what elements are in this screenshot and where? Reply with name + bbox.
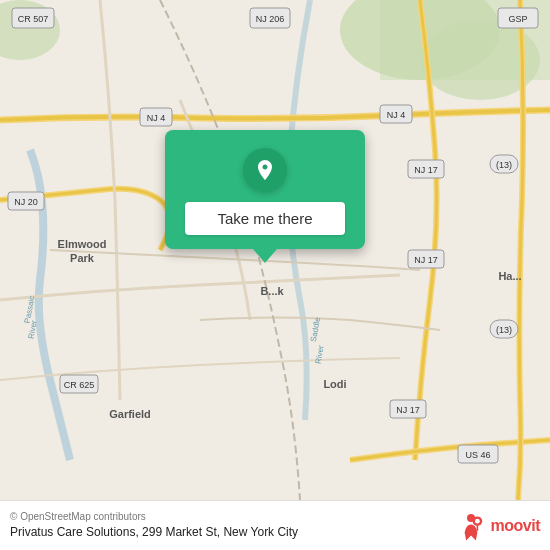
moovit-brand-text: moovit <box>491 517 540 535</box>
popup-container: Take me there <box>155 130 375 263</box>
svg-point-43 <box>475 518 480 523</box>
location-pin-icon <box>243 148 287 192</box>
svg-text:Park: Park <box>70 252 95 264</box>
svg-text:NJ 17: NJ 17 <box>396 405 420 415</box>
svg-text:CR 507: CR 507 <box>18 14 49 24</box>
footer-info: © OpenStreetMap contributors Privatus Ca… <box>10 510 455 541</box>
svg-text:NJ 17: NJ 17 <box>414 255 438 265</box>
moovit-brand-icon <box>455 510 487 542</box>
map-footer: © OpenStreetMap contributors Privatus Ca… <box>0 500 550 550</box>
svg-text:Ha...: Ha... <box>498 270 521 282</box>
moovit-logo: moovit <box>455 510 540 542</box>
svg-text:NJ 4: NJ 4 <box>387 110 406 120</box>
svg-text:US 46: US 46 <box>465 450 490 460</box>
take-me-there-button[interactable]: Take me there <box>185 202 345 235</box>
map-container: CR 507 GSP NJ 206 NJ 4 NJ 4 NJ 20 NJ 17 … <box>0 0 550 500</box>
svg-text:(13): (13) <box>496 325 512 335</box>
attribution-text: © OpenStreetMap contributors <box>10 510 455 523</box>
popup-tail <box>253 249 277 263</box>
svg-text:NJ 20: NJ 20 <box>14 197 38 207</box>
address-text: Privatus Care Solutions, 299 Market St, … <box>10 525 455 541</box>
svg-text:(13): (13) <box>496 160 512 170</box>
popup-card: Take me there <box>165 130 365 249</box>
svg-text:Elmwood: Elmwood <box>58 238 107 250</box>
svg-text:B...k: B...k <box>260 285 284 297</box>
svg-text:NJ 4: NJ 4 <box>147 113 166 123</box>
svg-text:Garfield: Garfield <box>109 408 151 420</box>
svg-text:CR 625: CR 625 <box>64 380 95 390</box>
svg-text:NJ 206: NJ 206 <box>256 14 285 24</box>
svg-text:GSP: GSP <box>508 14 527 24</box>
svg-text:NJ 17: NJ 17 <box>414 165 438 175</box>
svg-text:Lodi: Lodi <box>323 378 346 390</box>
